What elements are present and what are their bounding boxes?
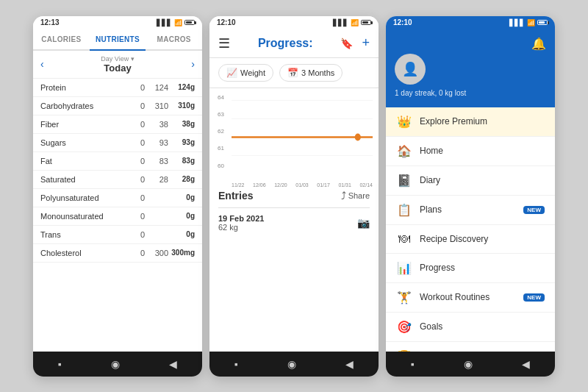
nutrient-goal: 38 <box>145 120 168 129</box>
screen-menu: 12:10 ▋▋▋ 📶 🔔 👤 1 day streak, 0 kg lost … <box>386 16 555 377</box>
menu-item-icon: 👑 <box>396 115 412 129</box>
avatar: 👤 <box>395 54 426 85</box>
menu-item-label: Recipe Discovery <box>420 234 545 244</box>
nutrient-unit: 38g <box>168 120 195 128</box>
nutrient-name: Cholesterol <box>40 249 121 257</box>
nutrient-row: Sugars 0 93 93g <box>33 134 202 152</box>
nutrient-val: 0 <box>121 83 145 92</box>
nutrient-val: 0 <box>121 138 145 147</box>
nutrient-goal: 300 <box>145 249 168 257</box>
nutrient-name: Polyunsaturated <box>40 193 121 202</box>
nutrient-val: 0 <box>121 249 145 257</box>
menu-item-icon: 📋 <box>396 203 412 217</box>
home-circle-icon[interactable]: ◉ <box>111 358 120 370</box>
menu-item-label: Plans <box>420 204 516 215</box>
entries-title: Entries <box>218 190 253 202</box>
next-arrow[interactable]: › <box>191 58 195 70</box>
battery-icon-2 <box>361 20 371 25</box>
menu-item-icon: 📓 <box>396 174 412 188</box>
battery-icon-3 <box>537 20 548 25</box>
streak-text: 1 day streak, 0 kg lost <box>395 89 546 97</box>
entry-info: 19 Feb 2021 62 kg <box>218 214 264 232</box>
share-button[interactable]: ⤴ Share <box>341 190 370 202</box>
menu-item-workout-routines[interactable]: 🏋 Workout Routines NEW <box>386 283 555 313</box>
filter-period-btn[interactable]: 📅 3 Months <box>279 64 343 82</box>
camera-icon[interactable]: 📷 <box>357 217 370 229</box>
nutrient-goal: 83 <box>145 157 168 165</box>
nutrient-row: Fat 0 83 83g <box>33 152 202 171</box>
nav-row: ‹ Day View ▾ Today › <box>33 51 202 79</box>
nutrient-unit: 310g <box>168 101 195 110</box>
chart-x-labels: 11/2212/0612/2001/0301/1701/3102/14 <box>232 182 373 188</box>
entries-header: Entries ⤴ Share <box>218 190 370 202</box>
status-icons-1: ▋▋▋ 📶 <box>157 19 195 26</box>
bottom-nav-2: ▪ ◉ ◀ <box>209 352 379 377</box>
nutrient-val: 0 <box>121 212 145 221</box>
nutrient-row: Cholesterol 0 300 300mg <box>33 244 202 263</box>
nutrient-name: Fiber <box>40 120 121 129</box>
nutrient-row: Fiber 0 38 38g <box>33 115 202 134</box>
notification-icon[interactable]: 🔔 <box>531 37 546 51</box>
nutrient-val: 0 <box>121 193 145 202</box>
back-icon[interactable]: ◀ <box>169 358 177 370</box>
prev-arrow[interactable]: ‹ <box>40 58 44 70</box>
signal-icon-3: ▋▋▋ <box>509 19 525 26</box>
battery-icon <box>184 20 195 25</box>
menu-icon[interactable]: ☰ <box>218 35 230 51</box>
menu-item-label: Diary <box>420 175 545 185</box>
stop-icon[interactable]: ▪ <box>58 358 62 370</box>
menu-item-home[interactable]: 🏠 Home <box>386 137 555 166</box>
blue-header: 🔔 👤 1 day streak, 0 kg lost <box>386 29 555 107</box>
menu-list: 👑 Explore Premium 🏠 Home 📓 Diary 📋 Plans… <box>386 107 555 352</box>
menu-item-icon: 🎯 <box>396 320 412 334</box>
menu-item-goals[interactable]: 🎯 Goals <box>386 313 555 342</box>
chart-x-label: 01/17 <box>317 182 330 188</box>
home-circle-icon-2[interactable]: ◉ <box>287 358 296 370</box>
progress-title: Progress: <box>258 37 313 50</box>
wifi-icon: 📶 <box>174 19 182 26</box>
day-view-center: Day View ▾ Today <box>101 55 134 74</box>
back-icon-3[interactable]: ◀ <box>522 358 530 370</box>
badge-new: NEW <box>523 206 545 214</box>
screen-nutrients: 12:13 ▋▋▋ 📶 CALORIES NUTRIENTS MACROS ‹ … <box>33 16 202 377</box>
menu-item-explore-premium[interactable]: 👑 Explore Premium <box>386 107 555 137</box>
menu-item-plans[interactable]: 📋 Plans NEW <box>386 196 555 225</box>
tab-calories[interactable]: CALORIES <box>33 29 90 49</box>
menu-item-challenges[interactable]: 🏆 Challenges <box>386 342 555 352</box>
status-icons-3: ▋▋▋ 📶 <box>509 19 548 26</box>
menu-item-progress[interactable]: 📊 Progress <box>386 254 555 283</box>
nutrient-unit: 28g <box>168 175 195 183</box>
back-icon-2[interactable]: ◀ <box>345 358 354 370</box>
day-view-label[interactable]: Day View ▾ <box>101 55 134 63</box>
nutrients-table: Protein 0 124 124g Carbohydrates 0 310 3… <box>33 79 202 352</box>
filter-weight-btn[interactable]: 📈 Weight <box>218 64 273 82</box>
nutrient-unit: 0g <box>168 193 195 202</box>
menu-item-recipe-discovery[interactable]: 🍽 Recipe Discovery <box>386 225 555 254</box>
bookmark-icon[interactable]: 🔖 <box>340 38 353 49</box>
nutrient-row: Protein 0 124 124g <box>33 79 202 97</box>
today-label: Today <box>101 63 134 74</box>
status-bar-3: 12:10 ▋▋▋ 📶 <box>386 16 555 29</box>
stop-icon-3[interactable]: ▪ <box>411 358 415 370</box>
time-1: 12:13 <box>40 18 60 26</box>
nutrient-row: Monounsaturated 0 0g <box>33 207 202 226</box>
chart-y-label: 64 <box>218 94 224 101</box>
weight-icon: 📈 <box>226 68 237 78</box>
chart-y-labels: 6463626160 <box>209 94 224 169</box>
bottom-nav-1: ▪ ◉ ◀ <box>33 352 202 377</box>
menu-item-diary[interactable]: 📓 Diary <box>386 166 555 196</box>
stop-icon-2[interactable]: ▪ <box>234 358 238 370</box>
wifi-icon-3: 📶 <box>527 19 535 26</box>
chart-x-label: 01/31 <box>338 182 351 188</box>
bottom-nav-3: ▪ ◉ ◀ <box>386 352 555 377</box>
nutrient-val: 0 <box>121 230 145 239</box>
wifi-icon-2: 📶 <box>351 19 359 26</box>
home-circle-icon-3[interactable]: ◉ <box>464 358 473 370</box>
nutrient-val: 0 <box>121 101 145 110</box>
nutrient-row: Saturated 0 28 28g <box>33 171 202 189</box>
status-bar-2: 12:10 ▋▋▋ 📶 <box>209 16 379 29</box>
add-icon[interactable]: + <box>362 35 370 51</box>
nutrient-row: Carbohydrates 0 310 310g <box>33 97 202 115</box>
tab-nutrients[interactable]: NUTRIENTS <box>90 29 146 51</box>
tab-macros[interactable]: MACROS <box>146 29 202 49</box>
